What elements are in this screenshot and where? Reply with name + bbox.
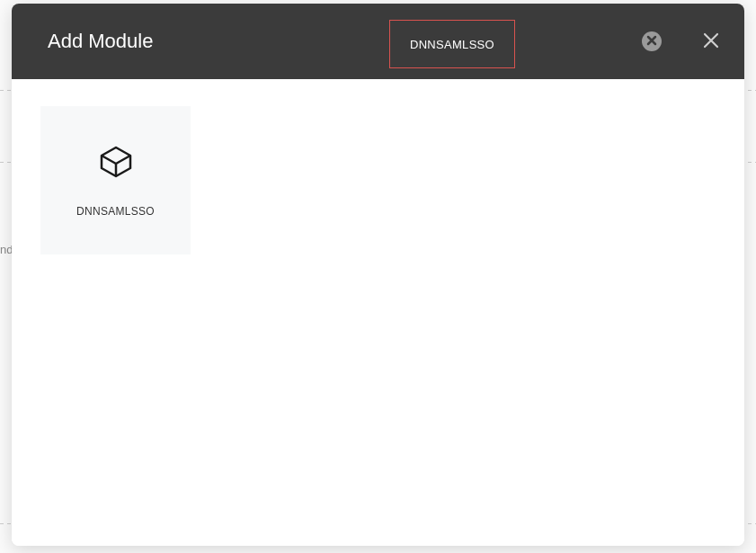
module-card[interactable]: DNNSAMLSSO xyxy=(40,106,191,254)
close-icon xyxy=(703,32,719,51)
modal-header: Add Module xyxy=(12,4,744,79)
header-actions xyxy=(642,4,721,79)
add-module-modal: Add Module xyxy=(12,4,744,546)
modal-body: DNNSAMLSSO xyxy=(12,79,744,546)
module-search-input[interactable] xyxy=(389,20,515,68)
module-label: DNNSAMLSSO xyxy=(76,205,155,218)
clear-icon xyxy=(646,35,657,49)
modal-title: Add Module xyxy=(48,30,153,53)
search-wrapper xyxy=(389,20,515,68)
close-modal-button[interactable] xyxy=(701,31,721,51)
package-icon xyxy=(98,144,134,180)
clear-search-button[interactable] xyxy=(642,31,662,51)
